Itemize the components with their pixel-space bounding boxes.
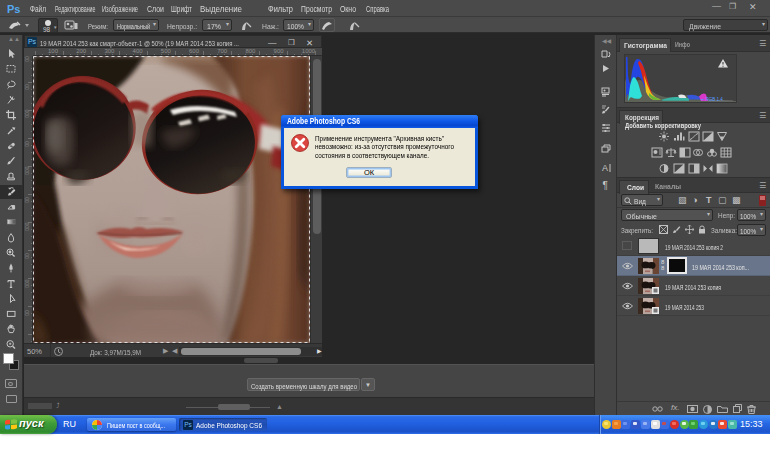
- svg-text:¶: ¶: [603, 180, 608, 191]
- svg-text:▪▪ RGB 1.4: ▪▪ RGB 1.4: [701, 97, 723, 102]
- svg-text:A: A: [602, 163, 608, 173]
